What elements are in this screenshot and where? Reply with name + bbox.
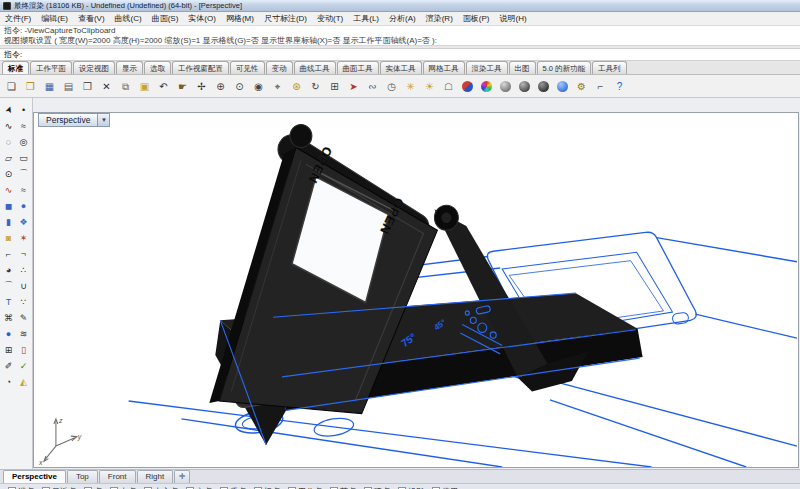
osnap-toggle[interactable]: 中点 <box>110 486 136 489</box>
toolbar-icon[interactable]: ✳ <box>402 78 419 95</box>
toolbar-tab[interactable]: 工具列 <box>592 61 627 74</box>
osnap-toggle[interactable]: 节点 <box>330 486 356 489</box>
osnap-toggle[interactable]: 点 <box>84 486 102 489</box>
palette-tool-icon[interactable]: ⌐ <box>1 246 16 261</box>
viewport-tab[interactable]: Right <box>137 470 174 483</box>
palette-tool-icon[interactable]: ❖ <box>16 214 31 229</box>
palette-tool-icon[interactable]: ⌒ <box>16 166 31 181</box>
menu-item[interactable]: 编辑(E) <box>36 12 73 25</box>
toolbar-icon[interactable]: ⊕ <box>212 78 229 95</box>
palette-tool-icon[interactable]: ≋ <box>16 326 31 341</box>
osnap-toggle[interactable]: 交点 <box>186 486 212 489</box>
toolbar-icon[interactable]: ☀ <box>421 78 438 95</box>
toolbar-tab[interactable]: 出图 <box>509 61 536 74</box>
toolbar-icon[interactable]: ◷ <box>383 78 400 95</box>
palette-tool-icon[interactable]: T <box>1 294 16 309</box>
command-history[interactable]: 指令: -ViewCaptureToClipboard 视图撷取设置 ( 宽度(… <box>0 26 800 46</box>
toolbar-icon[interactable]: ↻ <box>307 78 324 95</box>
toolbar-icon[interactable]: ▦ <box>41 78 58 95</box>
palette-tool-icon[interactable]: ▮ <box>1 214 16 229</box>
osnap-toggle[interactable]: 投影 <box>398 486 424 489</box>
palette-tool-icon[interactable]: ▱ <box>1 150 16 165</box>
osnap-toggle[interactable]: 端点 <box>8 486 34 489</box>
viewport-tab[interactable]: Perspective <box>3 470 66 483</box>
toolbar-tab[interactable]: 实体工具 <box>380 61 422 74</box>
palette-tool-icon[interactable]: ✐ <box>1 358 16 373</box>
toolbar-icon[interactable]: ✕ <box>98 78 115 95</box>
toolbar-icon[interactable] <box>554 78 571 95</box>
palette-tool-icon[interactable]: ◭ <box>16 374 31 389</box>
toolbar-tab[interactable]: 网格工具 <box>423 61 465 74</box>
menu-item[interactable]: 文件(F) <box>0 12 36 25</box>
viewport-canvas[interactable]: OPEN OPEN <box>34 113 798 467</box>
toolbar-icon[interactable] <box>535 78 552 95</box>
palette-tool-icon[interactable]: ▭ <box>16 150 31 165</box>
palette-tool-icon[interactable]: ≈ <box>16 118 31 133</box>
palette-tool-icon[interactable]: ≈ <box>16 182 31 197</box>
palette-tool-icon[interactable]: ✎ <box>16 310 31 325</box>
palette-tool-icon[interactable]: ▯ <box>16 342 31 357</box>
toolbar-icon[interactable]: ? <box>611 78 628 95</box>
toolbar-icon[interactable]: ▣ <box>136 78 153 95</box>
palette-tool-icon[interactable]: ∵ <box>16 294 31 309</box>
palette-tool-icon[interactable]: ● <box>16 198 31 213</box>
toolbar-icon[interactable]: ▤ <box>60 78 77 95</box>
command-prompt-input[interactable]: 指令: <box>0 48 800 61</box>
palette-tool-icon[interactable]: ⌘ <box>1 310 16 325</box>
palette-tool-icon[interactable]: ∴ <box>16 262 31 277</box>
toolbar-tab[interactable]: 标准 <box>2 61 29 74</box>
osnap-toggle[interactable]: 中心点 <box>144 486 178 489</box>
toolbar-icon[interactable]: ⧉ <box>117 78 134 95</box>
viewport-tab[interactable]: Top <box>67 470 98 483</box>
palette-tool-icon[interactable]: ∪ <box>16 278 31 293</box>
menu-item[interactable]: 说明(H) <box>494 12 531 25</box>
menu-item[interactable]: 面板(P) <box>458 12 495 25</box>
menu-item[interactable]: 实体(O) <box>183 12 221 25</box>
chevron-down-icon[interactable]: ▼ <box>98 113 110 127</box>
toolbar-tab[interactable]: 工作视窗配置 <box>172 61 229 74</box>
viewport-title[interactable]: Perspective <box>38 113 98 127</box>
add-viewport-button[interactable]: ✛ <box>174 470 190 483</box>
menu-item[interactable]: 工具(L) <box>348 12 384 25</box>
toolbar-icon[interactable]: ⌐ <box>592 78 609 95</box>
toolbar-icon[interactable]: ❒ <box>22 78 39 95</box>
toolbar-icon[interactable] <box>516 78 533 95</box>
menu-item[interactable]: 查看(V) <box>73 12 110 25</box>
menu-item[interactable]: 变动(T) <box>312 12 348 25</box>
toolbar-tab[interactable]: 曲线工具 <box>294 61 336 74</box>
viewport-tab[interactable]: Front <box>99 470 136 483</box>
palette-tool-icon[interactable]: • <box>16 102 31 117</box>
toolbar-icon[interactable]: ⊞ <box>326 78 343 95</box>
palette-tool-icon[interactable]: ◼ <box>1 198 16 213</box>
toolbar-icon[interactable]: ☛ <box>174 78 191 95</box>
palette-tool-icon[interactable]: ◕ <box>1 262 16 277</box>
perspective-viewport[interactable]: Perspective ▼ <box>33 112 799 468</box>
toolbar-icon[interactable]: ➤ <box>345 78 362 95</box>
palette-tool-icon[interactable]: ✶ <box>16 230 31 245</box>
toolbar-tab[interactable]: 渲染工具 <box>466 61 508 74</box>
toolbar-icon[interactable]: ⌖ <box>269 78 286 95</box>
osnap-toggle[interactable]: 四分点 <box>288 486 322 489</box>
palette-tool-icon[interactable]: ◎ <box>16 134 31 149</box>
palette-tool-icon[interactable]: ∿ <box>1 182 16 197</box>
toolbar-tab[interactable]: 显示 <box>116 61 143 74</box>
osnap-toggle[interactable]: 切点 <box>254 486 280 489</box>
toolbar-icon[interactable]: ↶ <box>155 78 172 95</box>
menu-item[interactable]: 网格(M) <box>221 12 259 25</box>
toolbar-tab[interactable]: 5.0 的新功能 <box>537 61 592 74</box>
toolbar-tab[interactable]: 工作平面 <box>30 61 72 74</box>
toolbar-icon[interactable] <box>478 78 495 95</box>
toolbar-icon[interactable]: ◉ <box>250 78 267 95</box>
toolbar-icon[interactable]: ∾ <box>364 78 381 95</box>
toolbar-tab[interactable]: 变动 <box>266 61 293 74</box>
toolbar-tab[interactable]: 选取 <box>144 61 171 74</box>
toolbar-tab[interactable]: 可见性 <box>230 61 265 74</box>
menu-item[interactable]: 尺寸标注(D) <box>259 12 312 25</box>
toolbar-icon[interactable] <box>497 78 514 95</box>
toolbar-icon[interactable] <box>459 78 476 95</box>
toolbar-icon[interactable]: ❏ <box>3 78 20 95</box>
palette-tool-icon[interactable]: ◌ <box>1 134 16 149</box>
osnap-toggle[interactable]: 垂点 <box>220 486 246 489</box>
toolbar-icon[interactable]: ⚙ <box>573 78 590 95</box>
palette-tool-icon[interactable]: ◙ <box>1 230 16 245</box>
